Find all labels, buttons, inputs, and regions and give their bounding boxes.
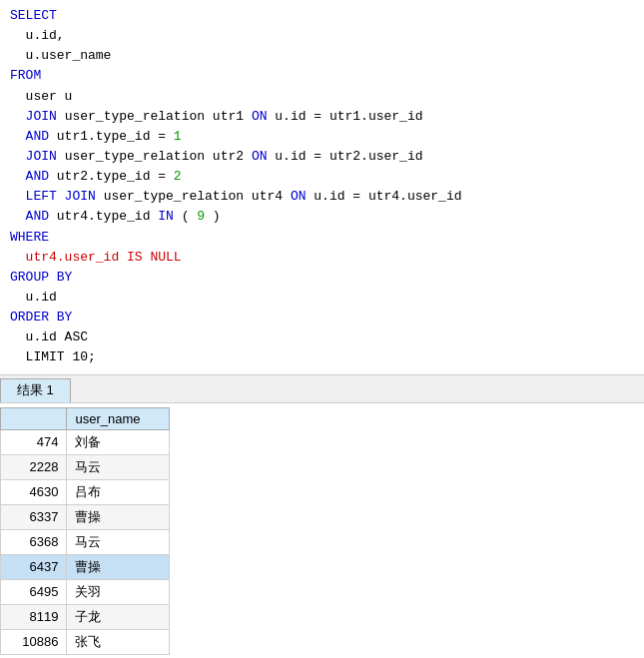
col-header-username: user_name	[67, 407, 170, 429]
results-table: user_name 474刘备2228马云4630吕布6337曹操6368马云6…	[0, 407, 170, 655]
code-line: AND utr2.type_id = 2	[10, 167, 634, 187]
cell-id: 6495	[1, 579, 67, 604]
table-row[interactable]: 4630吕布	[1, 479, 170, 504]
results-container: user_name 474刘备2228马云4630吕布6337曹操6368马云6…	[0, 403, 644, 658]
cell-username: 马云	[67, 454, 170, 479]
table-row[interactable]: 6437曹操	[1, 554, 170, 579]
code-line: GROUP BY	[10, 268, 634, 288]
code-line: ORDER BY	[10, 308, 634, 328]
cell-id: 6337	[1, 504, 67, 529]
code-line: u.id,	[10, 26, 634, 46]
cell-id: 8119	[1, 604, 67, 629]
code-line: utr4.user_id IS NULL	[10, 248, 634, 268]
code-line: AND utr4.type_id IN ( 9 )	[10, 207, 634, 227]
tab-results-1[interactable]: 结果 1	[0, 378, 71, 402]
code-line: LEFT JOIN user_type_relation utr4 ON u.i…	[10, 187, 634, 207]
cell-username: 张飞	[67, 629, 170, 654]
table-row[interactable]: 6495关羽	[1, 579, 170, 604]
cell-id: 2228	[1, 454, 67, 479]
tab-bar: 结果 1	[0, 375, 644, 403]
code-line: u.id	[10, 288, 634, 308]
cell-id: 4630	[1, 479, 67, 504]
col-header-id	[1, 407, 67, 429]
code-line: JOIN user_type_relation utr2 ON u.id = u…	[10, 147, 634, 167]
code-line: SELECT	[10, 6, 634, 26]
cell-id: 474	[1, 429, 67, 454]
code-line: WHERE	[10, 228, 634, 248]
cell-id: 6368	[1, 529, 67, 554]
cell-username: 马云	[67, 529, 170, 554]
cell-id: 10886	[1, 629, 67, 654]
table-row[interactable]: 6337曹操	[1, 504, 170, 529]
table-row[interactable]: 8119子龙	[1, 604, 170, 629]
cell-username: 吕布	[67, 479, 170, 504]
code-line: FROM	[10, 66, 634, 86]
table-row[interactable]: 2228马云	[1, 454, 170, 479]
cell-username: 关羽	[67, 579, 170, 604]
cell-username: 刘备	[67, 429, 170, 454]
code-line: user u	[10, 87, 634, 107]
code-line: AND utr1.type_id = 1	[10, 127, 634, 147]
cell-username: 子龙	[67, 604, 170, 629]
table-row[interactable]: 10886张飞	[1, 629, 170, 654]
cell-username: 曹操	[67, 554, 170, 579]
code-line: JOIN user_type_relation utr1 ON u.id = u…	[10, 107, 634, 127]
code-editor[interactable]: SELECT u.id, u.user_name FROM user u JOI…	[0, 0, 644, 375]
table-row[interactable]: 474刘备	[1, 429, 170, 454]
code-line: u.id ASC	[10, 328, 634, 347]
code-line: u.user_name	[10, 46, 634, 66]
code-line: LIMIT 10;	[10, 347, 634, 367]
cell-username: 曹操	[67, 504, 170, 529]
table-row[interactable]: 6368马云	[1, 529, 170, 554]
cell-id: 6437	[1, 554, 67, 579]
